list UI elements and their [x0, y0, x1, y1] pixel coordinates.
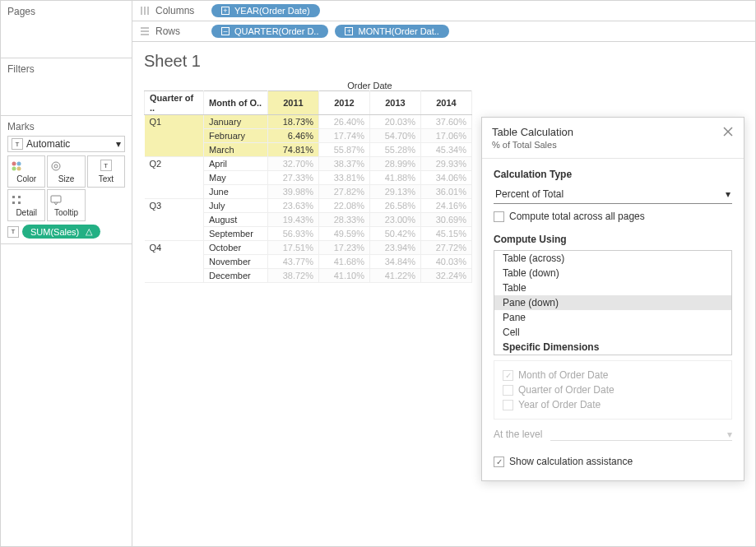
value-cell[interactable]: 28.33%: [319, 213, 370, 227]
value-cell[interactable]: 30.69%: [421, 213, 472, 227]
value-cell[interactable]: 29.13%: [370, 185, 421, 199]
expand-icon: +: [345, 27, 353, 35]
color-button[interactable]: Color: [7, 155, 45, 188]
quarter-cell[interactable]: Q2: [145, 157, 204, 199]
month-cell[interactable]: October: [204, 241, 268, 255]
text-button[interactable]: T Text: [87, 155, 125, 188]
value-cell[interactable]: 32.24%: [421, 269, 472, 283]
value-cell[interactable]: 41.88%: [370, 171, 421, 185]
value-cell[interactable]: 17.51%: [268, 241, 319, 255]
year-header[interactable]: 2013: [370, 91, 421, 115]
value-cell[interactable]: 40.03%: [421, 255, 472, 269]
value-cell[interactable]: 56.93%: [268, 227, 319, 241]
month-cell[interactable]: March: [204, 143, 268, 157]
detail-button[interactable]: Detail: [7, 189, 45, 221]
compute-option[interactable]: Table (down): [494, 266, 731, 280]
year-header[interactable]: 2012: [319, 91, 370, 115]
month-cell[interactable]: November: [204, 255, 268, 269]
value-cell[interactable]: 20.03%: [370, 115, 421, 129]
show-assistance-label: Show calculation assistance: [509, 456, 633, 467]
row-pill-month[interactable]: + MONTH(Order Dat..: [335, 25, 448, 38]
value-cell[interactable]: 34.84%: [370, 255, 421, 269]
value-cell[interactable]: 41.68%: [319, 255, 370, 269]
svg-rect-7: [18, 196, 21, 198]
value-cell[interactable]: 24.16%: [421, 199, 472, 213]
value-cell[interactable]: 45.34%: [421, 143, 472, 157]
value-cell[interactable]: 43.77%: [268, 255, 319, 269]
value-cell[interactable]: 19.43%: [268, 213, 319, 227]
value-cell[interactable]: 36.01%: [421, 185, 472, 199]
close-button[interactable]: [722, 126, 734, 137]
year-header[interactable]: 2014: [421, 91, 472, 115]
column-pill-year[interactable]: + YEAR(Order Date): [211, 4, 320, 17]
year-header[interactable]: 2011: [268, 91, 319, 115]
compute-total-checkbox[interactable]: [494, 211, 504, 222]
value-cell[interactable]: 23.63%: [268, 199, 319, 213]
value-cell[interactable]: 41.22%: [370, 269, 421, 283]
measure-pill[interactable]: SUM(Sales) △: [22, 225, 100, 239]
value-cell[interactable]: 28.99%: [370, 157, 421, 171]
value-cell[interactable]: 55.87%: [319, 143, 370, 157]
value-cell[interactable]: 41.10%: [319, 269, 370, 283]
value-cell[interactable]: 49.59%: [319, 227, 370, 241]
value-cell[interactable]: 26.40%: [319, 115, 370, 129]
value-cell[interactable]: 39.98%: [268, 185, 319, 199]
value-cell[interactable]: 34.06%: [421, 171, 472, 185]
month-cell[interactable]: February: [204, 129, 268, 143]
quarter-cell[interactable]: Q4: [145, 241, 204, 283]
compute-option[interactable]: Specific Dimensions: [494, 340, 731, 355]
size-button[interactable]: Size: [47, 155, 85, 188]
value-cell[interactable]: 23.00%: [370, 213, 421, 227]
value-cell[interactable]: 33.81%: [319, 171, 370, 185]
filters-shelf[interactable]: Filters: [1, 58, 132, 116]
month-cell[interactable]: June: [204, 185, 268, 199]
value-cell[interactable]: 27.33%: [268, 171, 319, 185]
value-cell[interactable]: 29.93%: [421, 157, 472, 171]
compute-option[interactable]: Pane: [494, 310, 731, 325]
at-level-label: At the level: [494, 429, 542, 440]
value-cell[interactable]: 23.94%: [370, 241, 421, 255]
value-cell[interactable]: 55.28%: [370, 143, 421, 157]
row-pill-quarter[interactable]: – QUARTER(Order D..: [211, 25, 328, 38]
quarter-cell[interactable]: Q3: [145, 199, 204, 241]
tooltip-button[interactable]: Tooltip: [47, 189, 85, 221]
sheet-title[interactable]: Sheet 1: [144, 52, 744, 71]
value-cell[interactable]: 27.72%: [421, 241, 472, 255]
quarter-cell[interactable]: Q1: [145, 115, 204, 157]
compute-option[interactable]: Table: [494, 280, 731, 295]
value-cell[interactable]: 18.73%: [268, 115, 319, 129]
pages-shelf[interactable]: Pages: [1, 1, 132, 58]
value-cell[interactable]: 17.06%: [421, 129, 472, 143]
month-cell[interactable]: January: [204, 115, 268, 129]
value-cell[interactable]: 74.81%: [268, 143, 319, 157]
value-cell[interactable]: 26.58%: [370, 199, 421, 213]
value-cell[interactable]: 38.72%: [268, 269, 319, 283]
value-cell[interactable]: 50.42%: [370, 227, 421, 241]
value-cell[interactable]: 27.82%: [319, 185, 370, 199]
month-cell[interactable]: December: [204, 269, 268, 283]
mark-type-dropdown[interactable]: T Automatic ▾: [7, 136, 125, 152]
value-cell[interactable]: 22.08%: [319, 199, 370, 213]
compute-option[interactable]: Pane (down): [494, 295, 731, 310]
columns-shelf[interactable]: Columns + YEAR(Order Date): [132, 1, 755, 21]
value-cell[interactable]: 38.37%: [319, 157, 370, 171]
month-cell[interactable]: July: [204, 199, 268, 213]
month-cell[interactable]: May: [204, 171, 268, 185]
value-cell[interactable]: 54.70%: [370, 129, 421, 143]
table-calculation-dialog: Table Calculation % of Total Sales Calcu…: [481, 117, 744, 481]
value-cell[interactable]: 37.60%: [421, 115, 472, 129]
value-cell[interactable]: 17.23%: [319, 241, 370, 255]
show-assistance-checkbox[interactable]: [494, 457, 504, 467]
collapse-icon: –: [221, 27, 230, 35]
month-cell[interactable]: September: [204, 227, 268, 241]
value-cell[interactable]: 45.15%: [421, 227, 472, 241]
compute-option[interactable]: Table (across): [494, 251, 731, 266]
calc-type-dropdown[interactable]: Percent of Total ▾: [494, 185, 732, 204]
month-cell[interactable]: April: [204, 157, 268, 171]
rows-shelf[interactable]: Rows – QUARTER(Order D.. + MONTH(Order D…: [132, 21, 755, 42]
value-cell[interactable]: 17.74%: [319, 129, 370, 143]
value-cell[interactable]: 6.46%: [268, 129, 319, 143]
compute-option[interactable]: Cell: [494, 325, 731, 340]
month-cell[interactable]: August: [204, 213, 268, 227]
value-cell[interactable]: 32.70%: [268, 157, 319, 171]
